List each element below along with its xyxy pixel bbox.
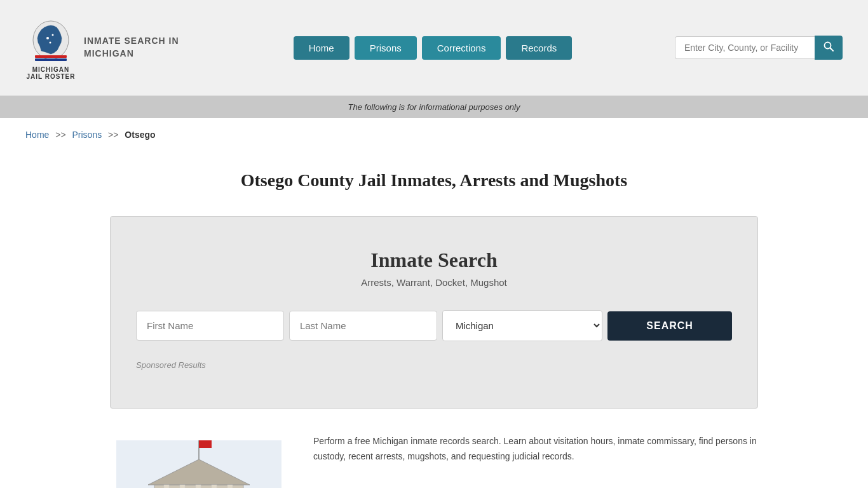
svg-rect-14 [196, 485, 201, 488]
header: MICHIGAN JAIL ROSTER INMATE SEARCH IN MI… [0, 0, 868, 96]
search-fields: MichiganAlabamaAlaskaArizonaArkansasCali… [136, 310, 732, 341]
building-image [110, 428, 288, 488]
logo-svg [29, 16, 73, 64]
svg-point-1 [46, 37, 49, 39]
page-title: Otsego County Jail Inmates, Arrests and … [25, 170, 843, 191]
search-icon [824, 41, 834, 54]
nav-prisons-button[interactable]: Prisons [355, 36, 417, 60]
svg-rect-27 [199, 440, 212, 448]
breadcrumb-sep-2: >> [108, 130, 118, 140]
svg-line-7 [831, 48, 834, 51]
search-submit-button[interactable]: SEARCH [607, 311, 732, 341]
logo-image: MICHIGAN JAIL ROSTER [25, 13, 76, 83]
header-search-area [675, 36, 843, 60]
nav-records-button[interactable]: Records [506, 36, 572, 60]
inmate-search-section: Inmate Search Arrests, Warrant, Docket, … [85, 216, 783, 409]
breadcrumb-sep-1: >> [55, 130, 65, 140]
svg-point-3 [50, 41, 51, 43]
main-nav: Home Prisons Corrections Records [210, 36, 656, 60]
breadcrumb-current: Otsego [125, 130, 155, 140]
svg-rect-15 [212, 485, 217, 488]
last-name-input[interactable] [289, 311, 437, 341]
info-bar-text: The following is for informational purpo… [348, 102, 520, 112]
building-svg [116, 440, 281, 488]
svg-point-2 [52, 34, 54, 36]
svg-rect-13 [180, 485, 185, 488]
first-name-input[interactable] [136, 311, 284, 341]
search-box-title: Inmate Search [136, 248, 732, 272]
logo-text: MICHIGAN JAIL ROSTER [27, 66, 76, 80]
breadcrumb: Home >> Prisons >> Otsego [0, 118, 868, 151]
svg-rect-4 [35, 55, 67, 58]
breadcrumb-prisons-link[interactable]: Prisons [72, 130, 102, 140]
header-search-input[interactable] [675, 36, 815, 59]
page-title-section: Otsego County Jail Inmates, Arrests and … [0, 151, 868, 216]
site-title: INMATE SEARCH IN MICHIGAN [84, 35, 179, 60]
bottom-description: Perform a free Michigan inmate records s… [313, 428, 758, 464]
header-search-button[interactable] [815, 36, 843, 60]
search-box: Inmate Search Arrests, Warrant, Docket, … [110, 216, 758, 409]
info-bar: The following is for informational purpo… [0, 96, 868, 118]
bottom-section: Perform a free Michigan inmate records s… [85, 428, 783, 488]
search-box-subtitle: Arrests, Warrant, Docket, Mugshot [136, 277, 732, 288]
logo-area: MICHIGAN JAIL ROSTER INMATE SEARCH IN MI… [25, 13, 191, 83]
nav-home-button[interactable]: Home [294, 36, 349, 60]
svg-rect-16 [227, 485, 233, 488]
breadcrumb-home-link[interactable]: Home [25, 130, 49, 140]
state-select[interactable]: MichiganAlabamaAlaskaArizonaArkansasCali… [442, 310, 602, 341]
sponsored-results-label: Sponsored Results [136, 360, 732, 370]
svg-rect-12 [164, 485, 169, 488]
nav-corrections-button[interactable]: Corrections [422, 36, 501, 60]
svg-rect-5 [35, 58, 67, 61]
